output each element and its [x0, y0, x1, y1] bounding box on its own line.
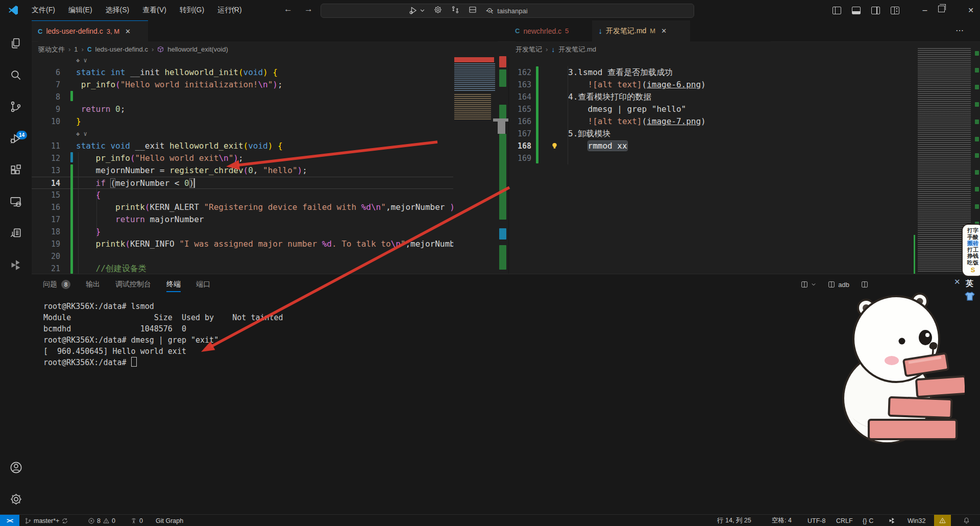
code-line: 16 printk(KERN_ALERT "Registering device…: [32, 201, 453, 213]
code-text: printk(KERN_INFO "I was assigned major n…: [76, 238, 453, 250]
language-mode-item[interactable]: {} C: [863, 515, 873, 526]
git-branch-item[interactable]: master*+: [24, 515, 68, 526]
tab-leds-user-defind[interactable]: C leds-user-defind.c 3, M ✕: [32, 20, 148, 41]
panel-tab-item[interactable]: 输出: [86, 274, 100, 295]
panel-tab-label: 输出: [86, 280, 100, 289]
tab-newchrled[interactable]: C newchrled.c 5: [509, 20, 592, 41]
minimap-slider-stem[interactable]: [498, 122, 505, 134]
code-line: 13 mejornNumber = register_chrdev(0, "he…: [32, 164, 453, 177]
sticker-text-row: 手酸: [967, 234, 978, 241]
panel-tab-item[interactable]: 问题8: [43, 274, 70, 295]
code-text: pr_info("Hello world exit\n");: [76, 152, 243, 164]
code-text: ![alt text](image-7.png): [568, 115, 706, 128]
breadcrumb-item[interactable]: 开发笔记.md: [558, 45, 596, 54]
activity-bar: 14: [0, 20, 32, 514]
line-number: 10: [32, 115, 60, 128]
breadcrumb-item[interactable]: 1: [74, 45, 78, 53]
line-number: 164: [509, 91, 531, 103]
nav-forward-icon[interactable]: →: [304, 4, 313, 14]
breadcrumb-item[interactable]: helloworld_exit(void): [167, 45, 228, 53]
panel-tabs: 问题8输出调试控制台终端端口: [43, 274, 210, 295]
indentation-item[interactable]: 空格: 4: [772, 515, 792, 526]
ruler-mark-add: [975, 153, 979, 158]
line-number: 167: [509, 128, 531, 140]
tab-close-icon[interactable]: ✕: [661, 27, 667, 35]
tab-dev-notes[interactable]: ↓ 开发笔记.md M ✕: [592, 20, 690, 41]
window-close-button[interactable]: ✕: [962, 2, 980, 19]
code-editor-left[interactable]: ❖ ∨6static int __init helloworld_init(vo…: [32, 57, 453, 274]
problems-item[interactable]: 8 0: [88, 515, 115, 526]
toggle-panel-icon[interactable]: [847, 3, 865, 17]
accounts-icon[interactable]: [0, 455, 32, 480]
eol-item[interactable]: CRLF: [836, 515, 853, 526]
panel-tab-item[interactable]: 端口: [196, 274, 210, 295]
menu-item[interactable]: 转到(G): [175, 4, 209, 17]
remote-indicator[interactable]: ><: [0, 515, 19, 526]
menu-item[interactable]: 编辑(E): [63, 4, 97, 17]
menu-item[interactable]: 查看(V): [137, 4, 172, 17]
menu-item[interactable]: 文件(F): [27, 4, 60, 17]
pinwheel-status-icon[interactable]: [888, 515, 896, 526]
os-item[interactable]: Win32: [908, 515, 925, 526]
notifications-bell-icon[interactable]: [963, 515, 970, 526]
explorer-icon[interactable]: [0, 31, 32, 56]
nav-back-icon[interactable]: ←: [284, 4, 292, 14]
menu-item[interactable]: 选择(S): [101, 4, 135, 17]
ruler-mark-add: [499, 69, 506, 87]
encoding-item[interactable]: UTF-8: [807, 515, 825, 526]
terminal-output[interactable]: root@RK356X:/data# lsmodModule Size Used…: [43, 301, 283, 368]
breadcrumb-item[interactable]: 开发笔记: [516, 45, 542, 54]
run-debug-icon[interactable]: [0, 126, 32, 151]
breadcrumb-item[interactable]: leds-user-defind.c: [95, 45, 148, 53]
search-sidebar-icon[interactable]: [0, 62, 32, 88]
breadcrumb-item[interactable]: 驱动文件: [38, 45, 65, 54]
right-editor-more-icon[interactable]: ⋯: [955, 26, 964, 35]
toggle-sidebar-icon[interactable]: [828, 3, 845, 17]
remote-explorer-icon[interactable]: [0, 189, 32, 214]
window-restore-button[interactable]: [938, 6, 945, 12]
source-control-icon[interactable]: [0, 94, 32, 119]
api-request-icon[interactable]: [0, 221, 32, 246]
warning-icon: [939, 517, 946, 524]
ports-item[interactable]: 0: [130, 515, 143, 526]
pinwheel-extension-icon[interactable]: [0, 252, 32, 278]
ruler-mark-add: [975, 170, 979, 175]
ruler-mark-add: [975, 85, 979, 89]
settings-action-icon[interactable]: [433, 5, 443, 16]
panel-tab-item[interactable]: 调试控制台: [115, 274, 151, 295]
compare-changes-icon[interactable]: [451, 5, 460, 16]
extensions-icon[interactable]: [0, 157, 32, 183]
warning-status-box[interactable]: [934, 515, 951, 526]
indent-guide: [78, 152, 79, 274]
code-marker-row: ❖ ∨: [32, 57, 453, 66]
terminal-new-icon[interactable]: [800, 280, 816, 289]
tab-badge: M: [650, 27, 655, 35]
tab-close-icon[interactable]: ✕: [125, 28, 131, 35]
panel-tab-active[interactable]: 终端: [166, 274, 181, 295]
code-line: 21 //创建设备类: [32, 262, 453, 274]
tab-label: newchrled.c: [523, 27, 561, 35]
code-text: //创建设备类: [76, 262, 146, 274]
menu-bar: 文件(F)编辑(E)选择(S)查看(V)转到(G)运行(R): [27, 0, 247, 20]
error-icon: [88, 517, 95, 524]
markdown-editor-right[interactable]: 1623.lsmod 查看是否加载成功163 ![alt text](image…: [509, 57, 914, 274]
lightbulb-icon[interactable]: [551, 141, 558, 153]
window-minimize-button[interactable]: –: [914, 2, 936, 19]
minimap-left[interactable]: [453, 57, 498, 274]
editor-more-icon[interactable]: ⋯: [485, 6, 494, 15]
customize-layout-icon[interactable]: [886, 3, 903, 17]
split-editor-icon[interactable]: [468, 5, 477, 16]
ime-skin-shirt-icon[interactable]: [964, 291, 976, 301]
run-debug-action-icon[interactable]: [408, 6, 425, 15]
git-graph-item[interactable]: Git Graph: [156, 515, 183, 526]
toggle-secondary-sidebar-icon[interactable]: [867, 3, 884, 17]
braces-icon: {}: [863, 517, 867, 524]
cursor-position-item[interactable]: 行 14, 列 25: [717, 515, 751, 526]
ime-close-icon[interactable]: ✕: [954, 277, 961, 286]
menu-more[interactable]: ⋯: [224, 2, 241, 14]
ime-language-indicator[interactable]: 英: [966, 279, 973, 289]
warning-icon: [103, 517, 110, 524]
settings-gear-icon[interactable]: [0, 486, 32, 512]
sync-icon[interactable]: [61, 517, 68, 524]
line-number: 19: [32, 238, 60, 250]
